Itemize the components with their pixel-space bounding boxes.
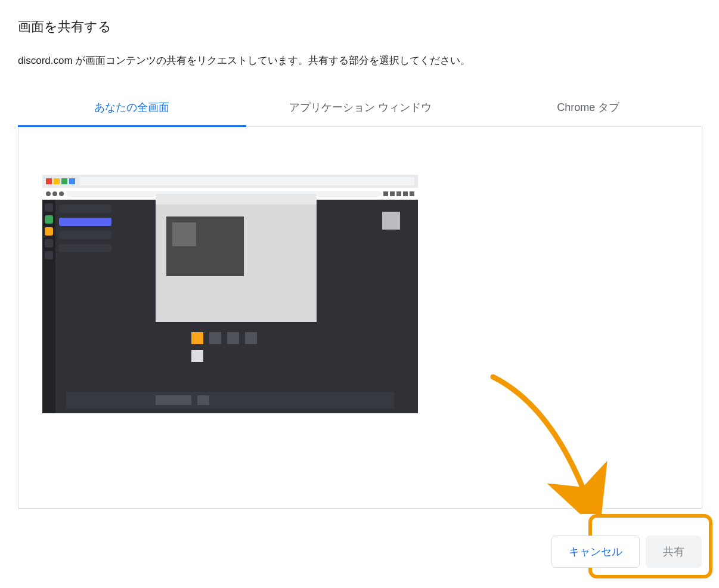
- dialog-subtitle: discord.com が画面コンテンツの共有をリクエストしています。共有する部…: [18, 54, 702, 67]
- share-button[interactable]: 共有: [646, 536, 702, 568]
- screen-thumbnail[interactable]: [42, 175, 418, 413]
- preview-pane: キャンセル 共有: [18, 127, 702, 509]
- dialog-button-row: キャンセル 共有: [551, 536, 702, 568]
- tab-entire-screen[interactable]: あなたの全画面: [18, 91, 246, 127]
- tab-app-window[interactable]: アプリケーション ウィンドウ: [246, 91, 475, 127]
- cancel-button[interactable]: キャンセル: [551, 536, 640, 568]
- tab-chrome-tab[interactable]: Chrome タブ: [474, 91, 702, 127]
- thumb-app-body: [42, 200, 418, 413]
- thumb-browser-tabstrip: [42, 175, 418, 188]
- dialog-title: 画面を共有する: [18, 18, 702, 36]
- screen-share-dialog: 画面を共有する discord.com が画面コンテンツの共有をリクエストしてい…: [18, 18, 702, 509]
- source-tabs: あなたの全画面 アプリケーション ウィンドウ Chrome タブ: [18, 90, 702, 127]
- annotation-arrow-icon: [481, 371, 612, 514]
